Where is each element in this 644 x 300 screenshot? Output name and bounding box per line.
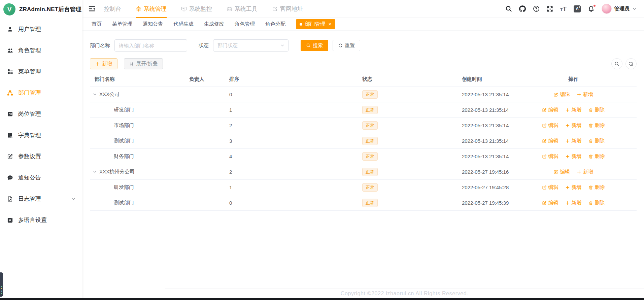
tab-代码生成[interactable]: 代码生成 — [173, 21, 194, 27]
dept-name: 测试部门 — [114, 200, 134, 206]
created-at: 2022-05-27 19:45:39 — [462, 200, 509, 206]
column-title: 创建时间 — [462, 76, 482, 82]
status-select[interactable]: 部门状态 — [213, 39, 289, 52]
menu-fold-icon[interactable] — [89, 5, 95, 12]
reset-button[interactable]: 重置 — [333, 40, 360, 51]
edit-row-button[interactable]: 编辑 — [542, 153, 558, 160]
tab-部门管理[interactable]: 部门管理 — [296, 19, 335, 29]
add-row-button[interactable]: 新增 — [565, 122, 582, 129]
avatar — [602, 4, 612, 14]
sidebar-item-角色管理[interactable]: 角色管理 — [0, 40, 82, 61]
tab-通知公告[interactable]: 通知公告 — [143, 21, 163, 27]
sidebar-item-岗位管理[interactable]: 岗位管理 — [0, 103, 82, 125]
edit-row-button[interactable]: 编辑 — [553, 169, 570, 175]
plus-icon — [565, 185, 570, 190]
edit-row-button[interactable]: 编辑 — [542, 184, 558, 191]
expand-collapse-button[interactable]: 展开/折叠 — [124, 58, 163, 69]
edit-row-button[interactable]: 编辑 — [553, 91, 570, 98]
dept-name: 财务部门 — [114, 153, 134, 160]
sidebar-item-用户管理[interactable]: 用户管理 — [0, 19, 82, 40]
tab-首页[interactable]: 首页 — [92, 21, 102, 27]
tab-菜单管理[interactable]: 菜单管理 — [112, 21, 132, 27]
sidebar-item-多语言设置[interactable]: 多语言设置 — [0, 209, 82, 231]
table-row: 测试部门3正常2022-05-13 21:35:14编辑新增删除 — [90, 133, 637, 149]
sidebar-item-日志管理[interactable]: 日志管理 — [0, 188, 82, 209]
sidebar-item-部门管理[interactable]: 部门管理 — [0, 82, 82, 103]
fullscreen-icon[interactable] — [547, 6, 553, 12]
edit-row-button[interactable]: 编辑 — [542, 122, 558, 129]
notification-bell-icon[interactable] — [588, 5, 595, 12]
tab-生成修改[interactable]: 生成修改 — [204, 21, 224, 27]
sidebar-item-参数设置[interactable]: 参数设置 — [0, 146, 82, 167]
column-title: 部门名称 — [95, 76, 115, 82]
search-button[interactable]: 搜索 — [301, 40, 328, 51]
edit-row-button[interactable]: 编辑 — [542, 200, 558, 206]
nav-item-控制台[interactable]: 控制台 — [104, 0, 121, 18]
delete-row-button[interactable]: 删除 — [588, 138, 605, 144]
page-footer: Copyright ©2022 izhaorui.cn All Rights R… — [165, 289, 644, 298]
add-row-button[interactable]: 新增 — [577, 91, 593, 98]
edit-row-button[interactable]: 编辑 — [542, 138, 558, 144]
sidebar-item-菜单管理[interactable]: 菜单管理 — [0, 61, 82, 82]
close-icon[interactable] — [328, 22, 332, 26]
refresh-table-button[interactable] — [625, 58, 637, 69]
delete-row-button[interactable]: 删除 — [588, 107, 605, 113]
department-table: 部门名称负责人排序状态创建时间操作 XXX公司0正常2022-05-13 21:… — [90, 72, 637, 211]
expand-row-icon[interactable] — [93, 170, 97, 174]
github-icon[interactable] — [519, 5, 526, 12]
nav-item-label: 控制台 — [104, 5, 121, 13]
add-row-button[interactable]: 新增 — [565, 138, 582, 144]
delete-row-button[interactable]: 删除 — [588, 184, 605, 191]
sidebar-item-通知公告[interactable]: 通知公告 — [0, 167, 82, 188]
actions-cell: 编辑新增删除 — [537, 107, 609, 113]
add-row-button[interactable]: 新增 — [565, 107, 582, 113]
tab-label: 角色管理 — [235, 21, 255, 27]
delete-row-button[interactable]: 删除 — [588, 200, 605, 206]
dept-name-input[interactable] — [114, 39, 187, 52]
app-logo[interactable]: V ZRAdmin.NET后台管理 — [0, 0, 82, 19]
nav-item-系统监控[interactable]: 系统监控 — [181, 0, 212, 18]
tab-角色分配[interactable]: 角色分配 — [265, 21, 285, 27]
user-menu[interactable]: 管理员 — [602, 4, 637, 14]
delete-row-button[interactable]: 删除 — [588, 153, 605, 160]
nav-item-官网地址[interactable]: 官网地址 — [272, 0, 303, 18]
column-title: 操作 — [568, 76, 578, 82]
actions-cell: 编辑新增删除 — [537, 153, 609, 160]
show-search-button[interactable] — [611, 58, 622, 69]
expand-row-icon[interactable] — [93, 92, 97, 97]
add-row-button[interactable]: 新增 — [565, 153, 582, 160]
font-size-icon[interactable]: TT — [560, 6, 567, 12]
nav-item-系统管理[interactable]: 系统管理 — [136, 0, 167, 18]
trash-icon — [588, 201, 593, 205]
nav-item-系统工具[interactable]: 系统工具 — [227, 0, 258, 18]
add-button[interactable]: 新增 — [90, 58, 117, 69]
copyright-text: Copyright ©2022 izhaorui.cn All Rights R… — [341, 291, 468, 297]
tab-label: 部门管理 — [305, 21, 325, 27]
edit-square-icon — [7, 154, 13, 160]
dept-name: 测试部门 — [114, 138, 134, 144]
sidebar-item-字典管理[interactable]: 字典管理 — [0, 125, 82, 146]
edit-pen-icon — [553, 92, 558, 97]
add-row-button[interactable]: 新增 — [565, 184, 582, 191]
status-cell: 正常 — [358, 121, 457, 130]
delete-row-button[interactable]: 删除 — [588, 122, 605, 129]
add-label: 新增 — [583, 169, 593, 175]
sidebar-item-label: 菜单管理 — [18, 68, 41, 75]
add-label: 新增 — [572, 107, 582, 113]
status-badge: 正常 — [362, 183, 378, 192]
question-icon[interactable] — [533, 5, 540, 12]
chevron-down-icon — [280, 43, 285, 48]
edit-row-button[interactable]: 编辑 — [542, 107, 558, 113]
sort-value: 1 — [229, 185, 232, 190]
tab-角色管理[interactable]: 角色管理 — [235, 21, 255, 27]
refresh-icon — [629, 61, 634, 66]
search-icon[interactable] — [505, 5, 512, 12]
translate-icon[interactable]: Az — [574, 5, 581, 12]
devtools-widget[interactable] — [0, 272, 3, 297]
table-header-cell: 创建时间 — [457, 76, 537, 82]
sort-cell: 3 — [225, 138, 358, 144]
main-area: 控制台系统管理系统监控系统工具官网地址 TTAz管理员 首页菜单管理通知公告代码… — [82, 0, 644, 300]
add-row-button[interactable]: 新增 — [565, 200, 582, 206]
add-row-button[interactable]: 新增 — [577, 169, 593, 175]
language-icon — [7, 217, 13, 223]
